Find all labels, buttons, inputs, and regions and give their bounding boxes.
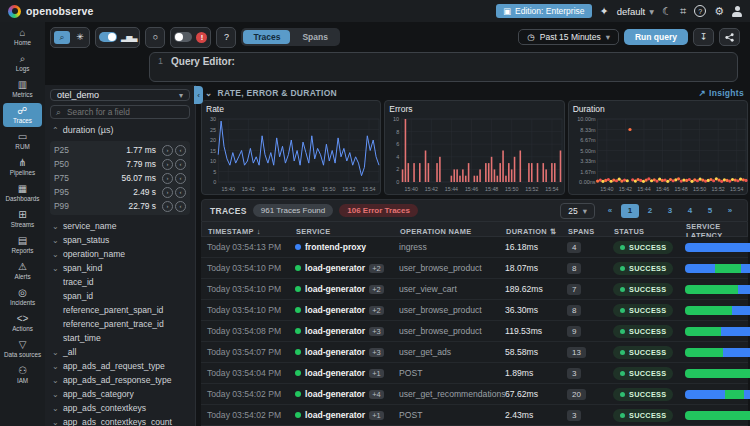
- table-row[interactable]: Today 03:54:07 PM load-generator +3 user…: [201, 342, 748, 363]
- sidebar-item[interactable]: ▭ RUM: [3, 129, 42, 153]
- column-spans[interactable]: SPANS: [568, 227, 614, 236]
- sidebar-item[interactable]: ▦ Dashboards: [3, 181, 42, 205]
- auto-refresh-icon[interactable]: ○: [149, 32, 161, 42]
- table-row[interactable]: Today 03:54:02 PM load-generator +1 POST…: [201, 405, 748, 426]
- duration-group-header[interactable]: ⌃ duration (µs): [50, 123, 190, 137]
- row-spans-count: 8: [567, 263, 581, 274]
- sidebar-item[interactable]: ⚇ IAM: [3, 363, 42, 387]
- include-filter-icon[interactable]: ›: [162, 173, 173, 184]
- page-button[interactable]: 2: [641, 204, 659, 218]
- table-row[interactable]: Today 03:54:08 PM load-generator +3 user…: [201, 321, 748, 342]
- share-button[interactable]: [719, 28, 740, 46]
- exclude-filter-icon[interactable]: ‹: [175, 187, 186, 198]
- histogram-toggle[interactable]: [99, 32, 117, 42]
- table-row[interactable]: Today 03:54:10 PM load-generator +2 user…: [201, 279, 748, 300]
- page-button[interactable]: 1: [621, 204, 639, 218]
- column-duration[interactable]: DURATION⇅: [506, 227, 568, 236]
- column-service[interactable]: SERVICE: [296, 227, 400, 236]
- org-selector[interactable]: default ▾: [617, 6, 654, 17]
- user-profile-icon[interactable]: [732, 6, 742, 17]
- sidebar-item[interactable]: ⚠ Alerts: [3, 259, 42, 283]
- rate-chart[interactable]: 05101520253015:4015:4215:4415:4615:4815:…: [206, 115, 376, 193]
- download-button[interactable]: ↧: [693, 28, 714, 46]
- field-item[interactable]: ⌄ app_ads_category: [50, 387, 190, 401]
- field-item[interactable]: ⌄ app_ads_contextkeys_count: [50, 415, 190, 426]
- include-filter-icon[interactable]: ›: [162, 201, 173, 212]
- search-mode-button[interactable]: ⌕: [54, 31, 70, 44]
- field-item[interactable]: start_time: [50, 331, 190, 345]
- sidebar-item[interactable]: ⋔ Pipelines: [3, 155, 42, 179]
- latency-segment: [744, 390, 750, 399]
- errors-only-toggle[interactable]: [174, 32, 192, 42]
- page-button[interactable]: «: [601, 204, 619, 218]
- chevron-down-icon: ⌄: [52, 264, 59, 273]
- time-range-selector[interactable]: ◷ Past 15 Minutes ▾: [518, 29, 619, 45]
- table-row[interactable]: Today 03:54:04 PM load-generator +1 POST…: [201, 363, 748, 384]
- syntax-guide-button[interactable]: ✳: [74, 32, 86, 42]
- field-item[interactable]: ⌄ _all: [50, 345, 190, 359]
- column-status[interactable]: STATUS: [614, 227, 686, 236]
- field-item[interactable]: ⌄ app_ads_contextkeys: [50, 401, 190, 415]
- sidebar-item[interactable]: ⌕ Logs: [3, 51, 42, 75]
- field-search-input[interactable]: [65, 106, 184, 118]
- column-timestamp[interactable]: TIMESTAMP↓: [208, 227, 296, 236]
- table-row[interactable]: Today 03:54:02 PM load-generator +4 user…: [201, 384, 748, 405]
- page-size-selector[interactable]: 25 ▾: [560, 203, 595, 219]
- table-row[interactable]: Today 03:54:13 PM frontend-proxy ingress…: [201, 237, 748, 258]
- field-item[interactable]: ⌄ span_kind: [50, 261, 190, 275]
- sidebar-item[interactable]: ⊞ Streams: [3, 207, 42, 231]
- include-filter-icon[interactable]: ›: [162, 145, 173, 156]
- service-latency-bar: [685, 327, 750, 336]
- field-search[interactable]: ⌕: [50, 105, 190, 119]
- field-item[interactable]: span_id: [50, 289, 190, 303]
- sidebar-item[interactable]: ▥ Metrics: [3, 77, 42, 101]
- field-item[interactable]: ⌄ span_status: [50, 233, 190, 247]
- column-operation-name[interactable]: OPERATION NAME: [400, 227, 506, 236]
- toolbar-help-icon[interactable]: ?: [220, 32, 232, 42]
- query-editor[interactable]: 1 Query Editor:: [149, 52, 738, 82]
- page-button[interactable]: »: [721, 204, 739, 218]
- duration-chart[interactable]: 0.00ns1.67m3.33m5.00m6.67m8.33m10.00m15:…: [573, 115, 743, 193]
- errors-chart[interactable]: 024681015:4015:4215:4415:4615:4815:5015:…: [389, 115, 559, 193]
- collapse-fields-panel-button[interactable]: ‹: [194, 86, 203, 104]
- page-button[interactable]: 5: [701, 204, 719, 218]
- field-item[interactable]: ⌄ operation_name: [50, 247, 190, 261]
- sidebar-item[interactable]: ☍ Traces: [3, 103, 42, 127]
- sidebar-item[interactable]: ◎ Incidents: [3, 285, 42, 309]
- field-item[interactable]: reference_parent_span_id: [50, 303, 190, 317]
- sidebar-item[interactable]: ⌂ Home: [3, 25, 42, 49]
- include-filter-icon[interactable]: ›: [162, 187, 173, 198]
- field-item[interactable]: ⌄ app_ads_ad_request_type: [50, 359, 190, 373]
- include-filter-icon[interactable]: ›: [162, 159, 173, 170]
- table-row[interactable]: Today 03:54:10 PM load-generator +2 user…: [201, 258, 748, 279]
- insights-link[interactable]: ↗ Insights: [699, 88, 744, 98]
- field-item[interactable]: reference_parent_trace_id: [50, 317, 190, 331]
- exclude-filter-icon[interactable]: ‹: [175, 173, 186, 184]
- tab-traces[interactable]: Traces: [243, 30, 290, 44]
- sidebar-item[interactable]: ▤ Reports: [3, 233, 42, 257]
- exclude-filter-icon[interactable]: ‹: [175, 145, 186, 156]
- error-traces-badge[interactable]: 106 Error Traces: [339, 204, 418, 217]
- sidebar-item[interactable]: ▽ Data sources: [3, 337, 42, 361]
- chevron-down-icon[interactable]: ⌄: [205, 88, 212, 98]
- exclude-filter-icon[interactable]: ‹: [175, 201, 186, 212]
- page-button[interactable]: 3: [661, 204, 679, 218]
- slack-icon[interactable]: ⌗: [680, 6, 686, 17]
- sparkle-icon[interactable]: ✦: [600, 6, 609, 17]
- page-button[interactable]: 4: [681, 204, 699, 218]
- table-row[interactable]: Today 03:54:10 PM load-generator +2 user…: [201, 300, 748, 321]
- query-editor-placeholder: Query Editor:: [171, 56, 235, 67]
- exclude-filter-icon[interactable]: ‹: [175, 159, 186, 170]
- svg-text:30: 30: [210, 116, 216, 122]
- field-item-label: span_id: [63, 291, 93, 301]
- sidebar-item[interactable]: <> Actions: [3, 311, 42, 335]
- help-icon[interactable]: ?: [694, 5, 706, 17]
- run-query-button[interactable]: Run query: [624, 29, 688, 45]
- theme-moon-icon[interactable]: ☾: [662, 6, 672, 17]
- tab-spans[interactable]: Spans: [292, 30, 338, 44]
- field-item[interactable]: trace_id: [50, 275, 190, 289]
- settings-gear-icon[interactable]: ⚙: [714, 6, 724, 17]
- stream-selector[interactable]: otel_demo ▾: [50, 89, 190, 101]
- field-item[interactable]: ⌄ service_name: [50, 219, 190, 233]
- field-item[interactable]: ⌄ app_ads_ad_response_type: [50, 373, 190, 387]
